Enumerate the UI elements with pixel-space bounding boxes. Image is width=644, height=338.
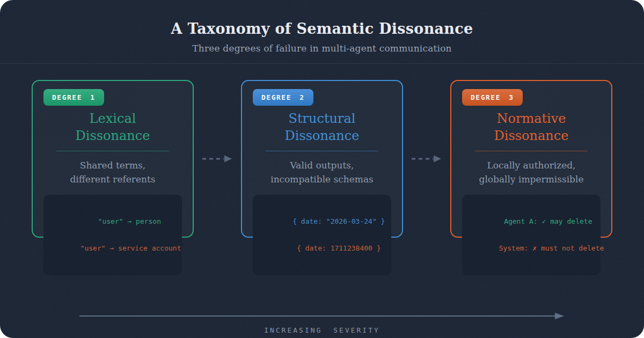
connector-2 bbox=[403, 155, 450, 163]
card-desc-line2: different referents bbox=[70, 174, 155, 185]
card-normative-dissonance: DEGREE 3 Normative Dissonance Locally au… bbox=[450, 80, 612, 238]
card-desc-line2: globally impermissible bbox=[479, 174, 584, 185]
severity-axis: INCREASING SEVERITY bbox=[0, 312, 644, 334]
dashed-arrow-icon bbox=[202, 155, 233, 163]
code-line: "user" → service account bbox=[80, 244, 181, 252]
dashed-arrow-icon bbox=[411, 155, 442, 163]
card-title-line1: Normative bbox=[496, 111, 566, 126]
card-description: Valid outputs, incompatible schemas bbox=[253, 158, 391, 187]
code-line: System: ✗ must not delete bbox=[499, 244, 604, 252]
card-divider bbox=[475, 151, 588, 151]
card-title-line2: Dissonance bbox=[285, 128, 360, 143]
code-line: "user" → person bbox=[98, 217, 161, 225]
code-line: { date: 1711238400 } bbox=[297, 244, 381, 252]
code-example: Agent A: ✓ may delete System: ✗ must not… bbox=[462, 195, 601, 275]
code-example: { date: "2026-03-24" } { date: 171123840… bbox=[253, 195, 391, 275]
degree-3-badge: DEGREE 3 bbox=[462, 89, 523, 106]
card-title-line1: Lexical bbox=[90, 111, 136, 126]
card-desc-line1: Locally authorized, bbox=[487, 160, 575, 171]
card-desc-line1: Shared terms, bbox=[80, 160, 145, 171]
connector-1 bbox=[194, 155, 241, 163]
card-desc-line1: Valid outputs, bbox=[290, 160, 354, 171]
page-subtitle: Three degrees of failure in multi-agent … bbox=[0, 43, 644, 54]
code-line: Agent A: ✓ may delete bbox=[504, 217, 592, 225]
card-title-line2: Dissonance bbox=[76, 128, 150, 143]
card-divider bbox=[266, 151, 378, 151]
diagram-header: A Taxonomy of Semantic Dissonance Three … bbox=[0, 0, 644, 64]
taxonomy-diagram: A Taxonomy of Semantic Dissonance Three … bbox=[0, 0, 644, 338]
card-desc-line2: incompatible schemas bbox=[270, 174, 374, 185]
code-line: { date: "2026-03-24" } bbox=[292, 217, 385, 225]
card-divider bbox=[56, 151, 169, 151]
card-structural-dissonance: DEGREE 2 Structural Dissonance Valid out… bbox=[241, 80, 403, 238]
degree-2-badge: DEGREE 2 bbox=[253, 89, 313, 106]
code-example: "user" → person "user" → service account bbox=[43, 195, 182, 275]
badge-row: DEGREE 2 bbox=[253, 89, 391, 106]
card-title-line2: Dissonance bbox=[494, 128, 569, 143]
badge-row: DEGREE 3 bbox=[462, 89, 601, 106]
card-lexical-dissonance: DEGREE 1 Lexical Dissonance Shared terms… bbox=[32, 80, 194, 238]
card-title: Normative Dissonance bbox=[462, 110, 601, 145]
severity-axis-label: INCREASING SEVERITY bbox=[0, 326, 644, 334]
degree-1-badge: DEGREE 1 bbox=[43, 89, 104, 106]
card-title: Lexical Dissonance bbox=[43, 110, 182, 145]
card-title: Structural Dissonance bbox=[253, 110, 391, 145]
card-description: Locally authorized, globally impermissib… bbox=[462, 158, 601, 187]
page-title: A Taxonomy of Semantic Dissonance bbox=[0, 20, 644, 37]
badge-row: DEGREE 1 bbox=[43, 89, 182, 106]
degree-cards-row: DEGREE 1 Lexical Dissonance Shared terms… bbox=[0, 80, 644, 238]
severity-arrow-icon bbox=[79, 312, 565, 320]
card-title-line1: Structural bbox=[288, 111, 355, 126]
card-description: Shared terms, different referents bbox=[43, 158, 182, 187]
